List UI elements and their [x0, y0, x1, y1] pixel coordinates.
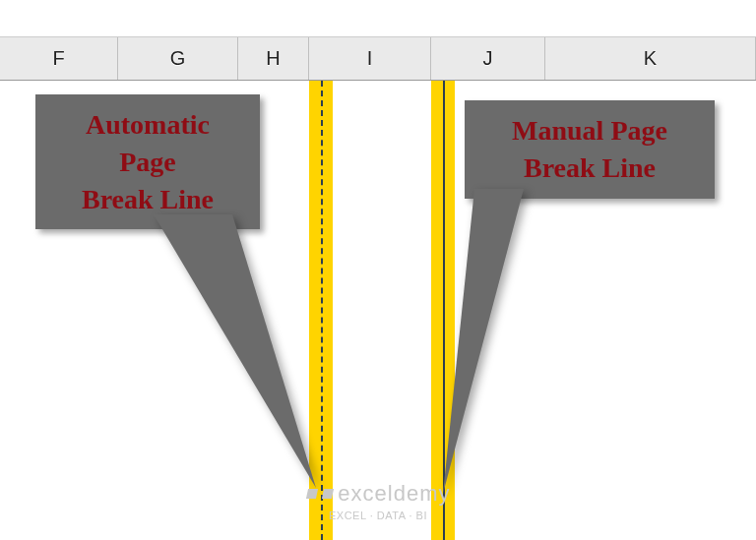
watermark: exceldemy EXCEL · DATA · BI [0, 481, 756, 522]
watermark-logo-icon [322, 489, 334, 499]
callout-manual-tail [346, 100, 662, 513]
ribbon-edge [0, 0, 756, 37]
col-header-k[interactable]: K [545, 37, 756, 80]
watermark-tagline: EXCEL · DATA · BI [329, 510, 427, 521]
watermark-brand: exceldemy [338, 481, 450, 506]
callout-manual: Manual Page Break Line [465, 100, 715, 199]
col-header-f[interactable]: F [0, 37, 118, 80]
callout-automatic-tail [35, 94, 350, 488]
svg-marker-0 [154, 214, 316, 488]
watermark-logo-icon [305, 489, 317, 499]
col-header-j[interactable]: J [431, 37, 545, 80]
column-headers-row: F G H I J K [0, 37, 756, 81]
col-header-g[interactable]: G [118, 37, 238, 80]
svg-marker-1 [443, 189, 524, 494]
callout-automatic: Automatic Page Break Line [35, 94, 260, 229]
col-header-i[interactable]: I [309, 37, 431, 80]
col-header-h[interactable]: H [238, 37, 309, 80]
